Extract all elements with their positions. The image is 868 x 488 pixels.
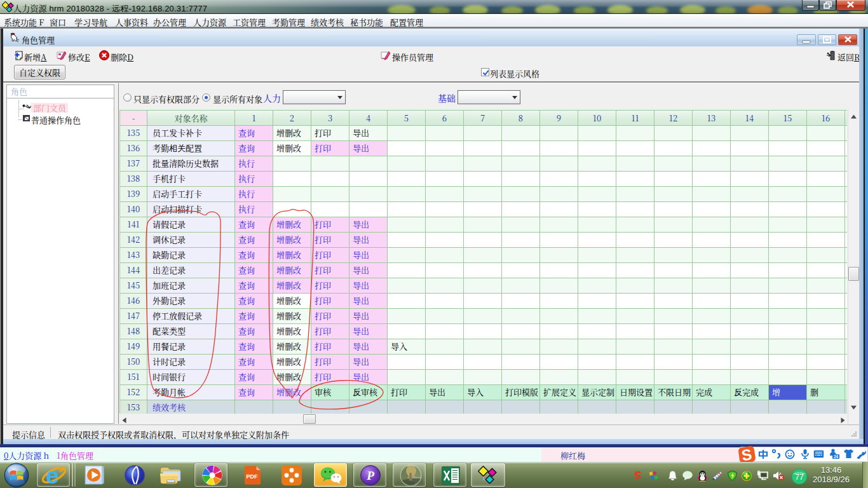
svg-text:24: 24 <box>834 454 839 459</box>
svg-text:e: e <box>46 463 59 488</box>
svg-text:PDF: PDF <box>247 473 259 480</box>
svg-text:77: 77 <box>795 473 804 482</box>
svg-text:P: P <box>366 469 374 482</box>
